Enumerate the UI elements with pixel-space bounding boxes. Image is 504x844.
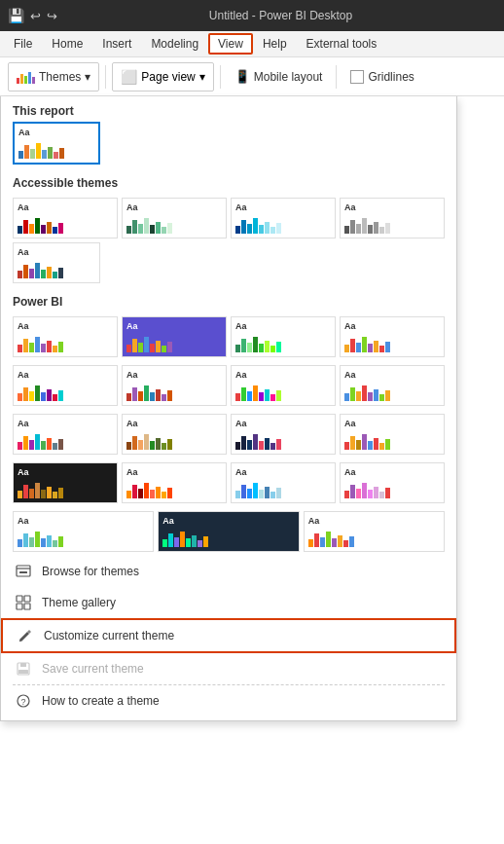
- save-icon[interactable]: 💾: [8, 8, 24, 23]
- theme-card-current[interactable]: Aa: [13, 122, 100, 165]
- redo-icon[interactable]: ↪: [47, 9, 57, 23]
- window-title: Untitled - Power BI Desktop: [65, 9, 496, 22]
- page-view-label: Page view: [141, 70, 195, 84]
- powerbi-label: Power BI: [1, 287, 456, 312]
- ribbon-sep-2: [220, 65, 221, 89]
- browse-for-themes[interactable]: Browse for themes: [1, 556, 456, 587]
- theme-pbi-11[interactable]: Aa: [231, 414, 336, 455]
- browse-icon: [15, 563, 32, 580]
- gridlines-toggle[interactable]: Gridlines: [342, 66, 421, 88]
- theme-pbi-19[interactable]: Aa: [304, 511, 445, 552]
- powerbi-themes-row3: Aa Aa: [1, 410, 456, 459]
- themes-button[interactable]: Themes ▾: [8, 62, 99, 92]
- this-report-label: This report: [1, 96, 456, 122]
- menu-external-tools[interactable]: External tools: [297, 33, 387, 55]
- powerbi-themes-row2: Aa Aa: [1, 361, 456, 410]
- powerbi-themes-row4: Aa Aa: [1, 459, 456, 507]
- theme-gallery-label: Theme gallery: [42, 596, 116, 609]
- how-to-create-label: How to create a theme: [42, 694, 160, 708]
- accessible-themes-row2: Aa: [1, 242, 456, 287]
- customize-icon: [17, 627, 34, 644]
- accessible-themes-label: Accessible themes: [1, 168, 456, 194]
- svg-rect-8: [18, 670, 28, 674]
- theme-pbi-6[interactable]: Aa: [122, 365, 227, 406]
- theme-pbi-12[interactable]: Aa: [340, 414, 445, 455]
- theme-pbi-15[interactable]: Aa: [231, 462, 336, 503]
- theme-pbi-10[interactable]: Aa: [122, 414, 227, 455]
- customize-current-theme[interactable]: Customize current theme: [1, 618, 456, 653]
- menu-file[interactable]: File: [4, 33, 42, 55]
- menu-view[interactable]: View: [208, 33, 253, 55]
- themes-icon: [17, 70, 35, 84]
- accessible-themes-grid: Aa Aa: [1, 194, 456, 242]
- svg-rect-3: [24, 596, 30, 602]
- mobile-layout-label: Mobile layout: [254, 70, 323, 84]
- menu-bar: File Home Insert Modeling View Help Exte…: [0, 31, 504, 57]
- theme-pbi-3[interactable]: Aa: [231, 316, 336, 357]
- svg-rect-4: [17, 604, 22, 609]
- save-theme-icon: [15, 660, 32, 678]
- undo-icon[interactable]: ↩: [30, 9, 41, 23]
- theme-bars: [18, 139, 64, 159]
- svg-rect-7: [20, 663, 26, 667]
- theme-pbi-8[interactable]: Aa: [340, 365, 445, 406]
- theme-card-a3[interactable]: Aa: [231, 198, 336, 239]
- powerbi-themes-row1: Aa Aa: [1, 312, 456, 361]
- menu-insert[interactable]: Insert: [92, 33, 141, 55]
- title-bar-icons: 💾 ↩ ↪: [8, 8, 57, 23]
- svg-rect-2: [17, 596, 22, 602]
- gridlines-checkbox[interactable]: [350, 70, 364, 84]
- ribbon-sep-3: [336, 65, 337, 89]
- theme-card-a2[interactable]: Aa: [122, 198, 227, 239]
- theme-card-a4[interactable]: Aa: [340, 198, 445, 239]
- ribbon: Themes ▾ ⬜ Page view ▾ 📱 Mobile layout G…: [0, 57, 504, 96]
- svg-text:?: ?: [20, 697, 25, 707]
- theme-pbi-14[interactable]: Aa: [122, 462, 227, 503]
- title-bar: 💾 ↩ ↪ Untitled - Power BI Desktop: [0, 0, 504, 31]
- powerbi-themes-row5: Aa Aa: [1, 507, 456, 556]
- gridlines-label: Gridlines: [368, 70, 414, 84]
- theme-pbi-9[interactable]: Aa: [13, 414, 118, 455]
- theme-pbi-7[interactable]: Aa: [231, 365, 336, 406]
- how-to-create[interactable]: ? How to create a theme: [1, 685, 456, 716]
- mobile-layout-toggle[interactable]: 📱 Mobile layout: [227, 65, 331, 88]
- theme-pbi-18[interactable]: Aa: [158, 511, 299, 552]
- theme-card-a1[interactable]: Aa: [13, 198, 118, 239]
- ribbon-sep-1: [105, 65, 106, 89]
- browse-for-themes-label: Browse for themes: [42, 565, 139, 578]
- svg-rect-5: [24, 604, 30, 609]
- theme-pbi-17[interactable]: Aa: [13, 511, 154, 552]
- page-view-button[interactable]: ⬜ Page view ▾: [112, 62, 213, 92]
- svg-rect-0: [17, 566, 30, 576]
- theme-pbi-5[interactable]: Aa: [13, 365, 118, 406]
- menu-home[interactable]: Home: [42, 33, 92, 55]
- customize-current-theme-label: Customize current theme: [44, 629, 174, 642]
- theme-pbi-2[interactable]: Aa: [122, 316, 227, 357]
- help-icon: ?: [15, 692, 32, 710]
- this-report-grid: Aa: [1, 122, 456, 168]
- theme-pbi-4[interactable]: Aa: [340, 316, 445, 357]
- theme-pbi-13[interactable]: Aa: [13, 462, 118, 503]
- theme-card-a5[interactable]: Aa: [13, 242, 100, 283]
- svg-rect-1: [19, 571, 27, 573]
- save-current-theme-label: Save current theme: [42, 662, 144, 676]
- theme-pbi-1[interactable]: Aa: [13, 316, 118, 357]
- themes-chevron: ▾: [85, 70, 90, 84]
- gallery-icon: [15, 594, 32, 611]
- themes-label: Themes: [39, 70, 81, 84]
- menu-modeling[interactable]: Modeling: [141, 33, 208, 55]
- theme-pbi-16[interactable]: Aa: [340, 462, 445, 503]
- menu-help[interactable]: Help: [253, 33, 297, 55]
- save-current-theme[interactable]: Save current theme: [1, 653, 456, 684]
- theme-gallery[interactable]: Theme gallery: [1, 587, 456, 618]
- themes-dropdown: This report Aa Accessible themes Aa: [0, 96, 457, 721]
